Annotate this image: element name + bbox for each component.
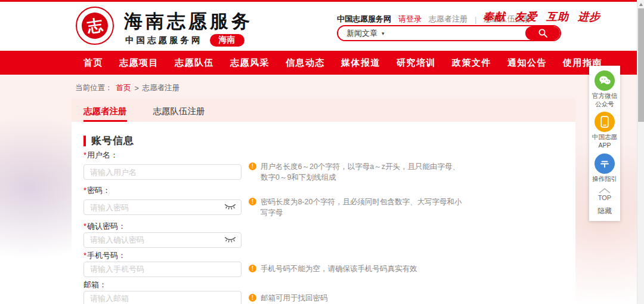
slogan-word: 奉献 [483,10,506,24]
password-input-wrap [83,199,242,215]
register-tabs: 志愿者注册 志愿队伍注册 [72,99,575,122]
wechat-icon [595,70,615,91]
site-subtitle: 中国志愿服务网 [125,35,203,46]
tab-volunteer-register[interactable]: 志愿者注册 [83,106,127,122]
site-logo[interactable]: 志 [76,7,114,45]
links-divider: | [475,15,476,24]
breadcrumb-separator: > [135,84,139,93]
hide-sidebar-button[interactable]: 隐藏 [597,206,612,216]
confirm-password-input-wrap [83,232,242,248]
back-to-top-button[interactable]: TOP [598,188,611,201]
search-bar: 新闻文章 ▾ [337,25,561,41]
warning-icon: ! [249,198,256,205]
link-china-volunteer-portal[interactable]: 中国志愿服务网 [337,14,391,24]
password-visibility-toggle-icon[interactable] [224,237,236,243]
nav-item-style[interactable]: 志愿风采 [230,57,270,69]
password-input[interactable] [83,199,242,215]
site-header: 志 海南志愿服务 中国志愿服务网 海南 中国志愿服务网 请登录 志愿者注册 | … [0,2,637,51]
scrollbar-up-arrow-icon[interactable] [639,3,643,6]
slogan-word: 进步 [578,10,600,24]
browser-scrollbar[interactable] [637,0,644,304]
warning-icon: ! [249,265,256,272]
required-mark: * [83,251,86,260]
form-row-confirm-password: *确认密码： [83,222,575,248]
mobile-app-icon [595,112,615,132]
chevron-down-icon: ▾ [382,30,385,36]
field-hint: ! 邮箱可用于找回密码 [249,293,328,303]
phone-input-wrap [83,262,242,277]
slogan-word: 友爱 [515,10,537,24]
email-input[interactable] [83,291,242,304]
required-mark: * [83,151,86,159]
section-header: 账号信息 [83,134,575,148]
link-volunteer-register[interactable]: 志愿者注册 [429,14,467,24]
nav-item-notice[interactable]: 通知公告 [507,57,547,69]
register-form-panel: 账号信息 *用户名： ! 用户名长度6～20个字符，以字母a～z开头，且只能由字… [72,122,575,304]
search-icon [538,28,548,38]
tab-team-register[interactable]: 志愿队伍注册 [153,106,205,122]
main-nav: 首页 志愿项目 志愿队伍 志愿风采 信息动态 媒体报道 研究培训 政策文件 通知… [0,51,637,75]
username-input[interactable] [83,164,242,180]
nav-item-teams[interactable]: 志愿队伍 [175,57,214,69]
slogan: 奉献 友爱 互助 进步 [483,10,600,24]
field-label: 邮箱： [83,280,575,289]
field-hint: ! 用户名长度6～20个字符，以字母a～z开头，且只能由字母、数字0～9和下划线… [249,161,463,183]
nav-item-policy[interactable]: 政策文件 [452,57,491,69]
sidebar-item-guide[interactable]: 操作指引 [592,153,617,183]
form-rows: *用户名： ! 用户名长度6～20个字符，以字母a～z开头，且只能由字母、数字0… [83,151,575,304]
breadcrumb-prefix: 当前位置： [75,83,113,93]
chevron-up-icon [598,188,611,194]
top-label: TOP [598,194,611,201]
slogan-word: 互助 [546,10,569,24]
breadcrumb-current: 志愿者注册 [143,83,180,93]
floating-sidebar: 官方微信 公众号 中国志愿 APP [589,66,620,221]
site-title: 海南志愿服务 [124,9,253,34]
password-visibility-toggle-icon[interactable] [224,204,236,211]
required-mark: * [83,222,86,231]
nav-item-news[interactable]: 信息动态 [286,57,325,69]
sidebar-label-app: 中国志愿 APP [592,133,617,149]
operation-guide-icon [595,153,615,174]
region-badge: 海南 [210,34,244,47]
breadcrumb: 当前位置： 首页 > 志愿者注册 [75,83,179,93]
content-area: 当前位置： 首页 > 志愿者注册 志愿者注册 志愿队伍注册 账号信息 *用户名： [0,75,637,304]
nav-item-projects[interactable]: 志愿项目 [119,57,159,69]
email-input-wrap [83,291,242,304]
logo-seal-icon: 志 [80,11,110,41]
sidebar-item-wechat[interactable]: 官方微信 公众号 [592,70,617,108]
warning-icon: ! [249,162,256,170]
sidebar-label-guide: 操作指引 [592,175,617,183]
form-row-phone: *手机号码： ! 手机号码不能为空，请确保该手机号码真实有效 [83,251,575,277]
breadcrumb-home-link[interactable]: 首页 [116,83,131,93]
nav-item-media[interactable]: 媒体报道 [341,57,380,69]
search-category-value: 新闻文章 [346,28,377,39]
form-row-password: *密码： ! 密码长度为8-20个字符，且必须同时包含数字、大写字母和小写字母 [83,186,575,218]
search-category-dropdown[interactable]: 新闻文章 ▾ [346,28,385,39]
search-button[interactable] [525,26,560,40]
phone-input[interactable] [83,262,242,277]
site-subtitle-row: 中国志愿服务网 海南 [125,34,244,47]
page: 志 海南志愿服务 中国志愿服务网 海南 中国志愿服务网 请登录 志愿者注册 | … [0,0,644,304]
field-label: *用户名： [83,151,575,159]
nav-item-home[interactable]: 首页 [83,57,103,69]
username-input-wrap [83,164,242,180]
section-title: 账号信息 [91,134,134,148]
field-label: *确认密码： [83,222,575,231]
form-row-username: *用户名： ! 用户名长度6～20个字符，以字母a～z开头，且只能由字母、数字0… [83,151,575,183]
confirm-password-input[interactable] [83,232,242,248]
section-accent-bar [83,136,86,146]
sidebar-item-app[interactable]: 中国志愿 APP [592,112,617,149]
form-row-email: 邮箱： ! 邮箱可用于找回密码 [83,280,575,304]
field-label: *密码： [83,186,575,195]
required-mark: * [83,186,86,195]
scrollbar-thumb[interactable] [638,8,644,122]
field-hint: ! 密码长度为8-20个字符，且必须同时包含数字、大写字母和小写字母 [249,196,463,218]
sidebar-label-wechat: 官方微信 公众号 [592,92,617,108]
link-login[interactable]: 请登录 [398,14,422,24]
field-hint: ! 手机号码不能为空，请确保该手机号码真实有效 [249,263,417,274]
warning-icon: ! [249,294,256,302]
nav-item-training[interactable]: 研究培训 [397,57,436,69]
field-label: *手机号码： [83,251,575,260]
